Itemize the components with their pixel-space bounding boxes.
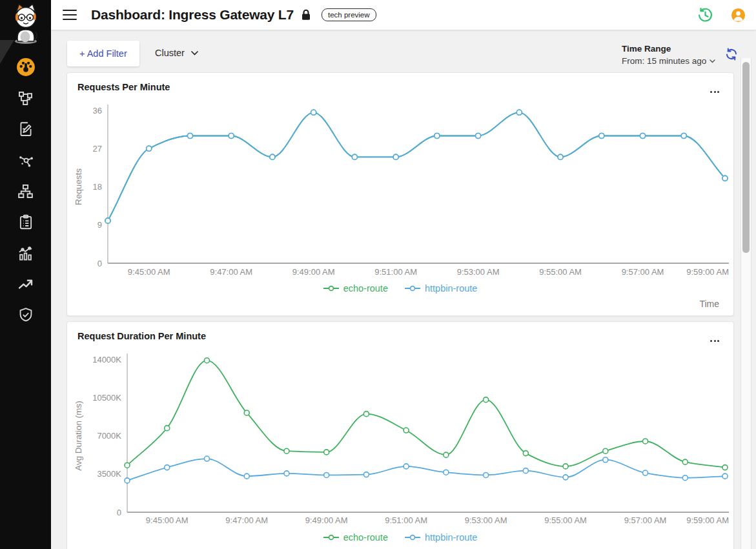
sitemap-icon [17,183,34,200]
requests-chart-canvas: 091827369:45:00 AM9:47:00 AM9:49:00 AM9:… [67,96,735,279]
menu-icon[interactable] [63,10,77,20]
chart-menu-button[interactable] [709,88,720,95]
svg-text:9:59:00 AM: 9:59:00 AM [686,267,729,277]
svg-text:9:47:00 AM: 9:47:00 AM [210,267,252,277]
svg-text:9:57:00 AM: 9:57:00 AM [624,515,667,525]
sidebar-nav [0,57,51,324]
svg-text:36: 36 [93,106,102,115]
svg-text:9:49:00 AM: 9:49:00 AM [305,515,348,525]
time-range-label: Time Range [622,44,715,54]
svg-text:18: 18 [93,182,102,192]
shield-check-icon [17,306,34,323]
legend-label: httpbin-route [425,532,477,543]
svg-text:9:49:00 AM: 9:49:00 AM [292,267,335,277]
legend-item-echo-route[interactable]: echo-route [323,532,388,543]
sidebar-item-gauge[interactable] [16,57,36,77]
history-icon[interactable] [697,7,713,23]
time-range-value: From: 15 minutes ago [622,56,706,66]
cluster-dropdown-label: Cluster [155,48,185,58]
page-title: Dashboard: Ingress Gateway L7 [91,7,294,23]
svg-text:9:47:00 AM: 9:47:00 AM [225,515,268,525]
add-filter-button[interactable]: + Add Filter [67,41,139,66]
chart-legend: echo-routehttpbin-route [67,283,733,294]
svg-text:10500K: 10500K [92,393,121,403]
svg-text:9:45:00 AM: 9:45:00 AM [128,267,170,277]
requests-per-minute-card: Requests Per Minute 091827369:45:00 AM9:… [66,72,734,316]
legend-marker-icon [323,284,339,292]
trending-up-icon [17,275,35,293]
svg-text:3500K: 3500K [97,469,121,479]
svg-text:7000K: 7000K [97,431,121,441]
x-axis-title: Time [699,299,719,309]
svg-text:9:51:00 AM: 9:51:00 AM [385,515,427,525]
refresh-icon[interactable] [725,48,738,63]
bar-chart-icon [17,245,34,262]
chevron-down-icon [710,59,715,63]
svg-text:Avg Duration (ms): Avg Duration (ms) [74,401,83,471]
sidebar-item-topology[interactable] [16,88,36,108]
svg-text:9:55:00 AM: 9:55:00 AM [544,515,587,525]
cluster-dropdown[interactable]: Cluster [155,48,198,58]
svg-text:9:59:00 AM: 9:59:00 AM [686,515,729,525]
svg-text:0: 0 [117,508,121,517]
svg-text:9:51:00 AM: 9:51:00 AM [374,267,417,277]
sidebar-item-sitemap[interactable] [16,181,36,201]
scrollbar-thumb[interactable] [742,62,750,253]
sidebar-item-document-edit[interactable] [16,119,36,139]
legend-item-httpbin-route[interactable]: httpbin-route [405,532,477,543]
document-edit-icon [17,121,34,137]
svg-text:27: 27 [93,144,102,154]
sidebar-item-share-network[interactable] [16,150,36,170]
kuma-logo[interactable] [10,3,42,47]
legend-marker-icon [405,534,420,541]
dashboard-content: + Add Filter Cluster Time Range From: 15… [51,30,756,549]
chart-title: Request Duration Per Minute [77,331,206,341]
svg-text:9:45:00 AM: 9:45:00 AM [146,515,189,525]
clipboard-icon [17,214,34,230]
lock-icon [301,9,311,21]
share-network-icon [17,152,34,168]
svg-text:9: 9 [97,220,102,230]
legend-item-httpbin-route[interactable]: httpbin-route [405,283,477,294]
duration-chart-canvas: 03500K7000K10500K14000K9:45:00 AM9:47:00… [67,345,735,528]
tech-preview-badge: tech preview [322,8,376,21]
app-header: Dashboard: Ingress Gateway L7 tech previ… [51,0,756,30]
chart-menu-button[interactable] [709,337,720,344]
svg-text:0: 0 [97,259,102,268]
legend-item-echo-route[interactable]: echo-route [323,283,388,294]
sidebar-item-clipboard[interactable] [16,212,36,232]
svg-text:Requests: Requests [74,168,83,205]
chart-legend: echo-routehttpbin-route [67,532,733,543]
svg-text:9:55:00 AM: 9:55:00 AM [539,267,582,277]
scrollbar-track[interactable] [741,58,751,549]
sidebar-item-bar-chart[interactable] [16,243,36,263]
user-avatar-icon[interactable] [731,8,746,23]
legend-label: httpbin-route [425,283,477,294]
legend-marker-icon [405,284,420,292]
sidebar-item-shield-check[interactable] [16,305,36,324]
sidebar-item-trending-up[interactable] [16,274,36,294]
request-duration-card: Request Duration Per Minute 03500K7000K1… [66,321,734,549]
gauge-icon [16,57,36,77]
sidebar [0,0,51,549]
svg-text:9:57:00 AM: 9:57:00 AM [622,267,664,277]
header-actions [697,7,756,23]
svg-text:9:53:00 AM: 9:53:00 AM [457,267,500,277]
svg-text:14000K: 14000K [92,355,121,364]
legend-marker-icon [323,534,339,541]
svg-text:9:53:00 AM: 9:53:00 AM [465,515,507,525]
topology-icon [17,90,34,107]
chevron-down-icon [191,51,198,55]
legend-label: echo-route [343,283,388,294]
time-range-selector[interactable]: Time Range From: 15 minutes ago [622,44,715,66]
legend-label: echo-route [343,532,388,543]
chart-title: Requests Per Minute [77,82,170,92]
